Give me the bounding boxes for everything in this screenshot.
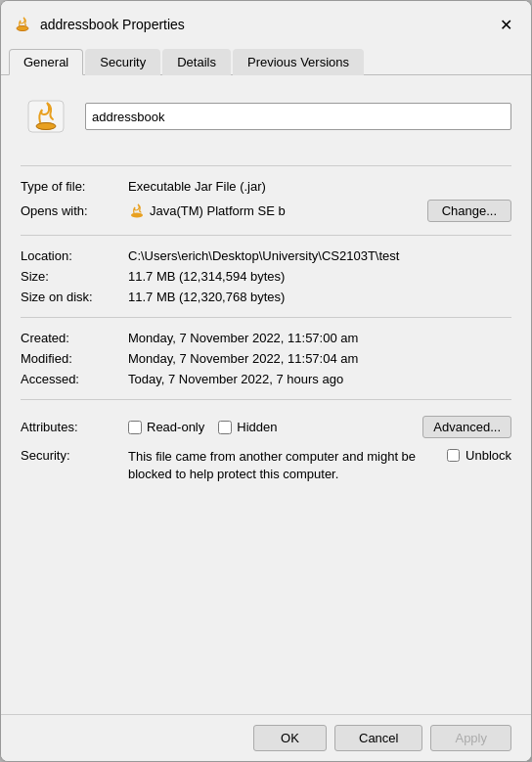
opens-app-name: Java(TM) Platform SE b (150, 203, 286, 218)
tab-previous-versions[interactable]: Previous Versions (233, 49, 364, 75)
security-content: This file came from another computer and… (128, 448, 511, 483)
file-icon-box (21, 91, 71, 142)
modified-value: Monday, 7 November 2022, 11:57:04 am (128, 351, 511, 366)
content-area: Type of file: Executable Jar File (.jar)… (1, 75, 531, 714)
dialog-title: addressbook Properties (40, 17, 185, 32)
created-row: Created: Monday, 7 November 2022, 11:57:… (21, 328, 511, 348)
ok-button[interactable]: OK (253, 725, 327, 751)
readonly-label: Read-only (147, 420, 204, 434)
title-bar: addressbook Properties ✕ (1, 1, 531, 44)
unblock-area: Unblock (447, 448, 511, 463)
location-row: Location: C:\Users\erich\Desktop\Univers… (21, 246, 511, 266)
divider-3 (21, 317, 511, 318)
type-value: Executable Jar File (.jar) (128, 179, 511, 194)
accessed-label: Accessed: (21, 372, 128, 386)
accessed-row: Accessed: Today, 7 November 2022, 7 hour… (21, 369, 511, 389)
hidden-checkbox[interactable] (218, 421, 232, 434)
title-java-icon (13, 15, 32, 34)
unblock-checkbox[interactable] (447, 449, 460, 462)
location-label: Location: (21, 248, 128, 263)
apply-button[interactable]: Apply (430, 725, 511, 751)
title-bar-left: addressbook Properties (13, 15, 185, 34)
location-value: C:\Users\erich\Desktop\University\CS2103… (128, 248, 511, 263)
accessed-value: Today, 7 November 2022, 7 hours ago (128, 372, 511, 386)
size-label: Size: (21, 269, 128, 284)
tab-details[interactable]: Details (162, 49, 231, 75)
tab-security[interactable]: Security (85, 49, 160, 75)
file-header (21, 91, 511, 142)
divider-2 (21, 235, 511, 236)
properties-dialog: addressbook Properties ✕ General Securit… (0, 0, 532, 762)
svg-point-5 (131, 212, 143, 217)
attributes-label: Attributes: (21, 420, 128, 434)
size-row: Size: 11.7 MB (12,314,594 bytes) (21, 266, 511, 287)
opens-java-icon (128, 202, 146, 220)
opens-app: Java(TM) Platform SE b (128, 202, 420, 220)
modified-row: Modified: Monday, 7 November 2022, 11:57… (21, 348, 511, 369)
tabs-bar: General Security Details Previous Versio… (1, 44, 531, 75)
type-label: Type of file: (21, 179, 128, 194)
cancel-button[interactable]: Cancel (334, 725, 422, 751)
size-on-disk-row: Size on disk: 11.7 MB (12,320,768 bytes) (21, 287, 511, 307)
advanced-button[interactable]: Advanced... (422, 416, 511, 438)
security-row: Security: This file came from another co… (21, 444, 511, 487)
file-name-input[interactable] (85, 103, 511, 130)
readonly-checkbox[interactable] (128, 421, 142, 434)
attributes-content: Read-only Hidden Advanced... (128, 416, 511, 438)
footer: OK Cancel Apply (1, 714, 531, 761)
opens-with-row: Opens with: Java(TM) Platform SE b Chang… (21, 197, 511, 225)
hidden-item: Hidden (218, 420, 277, 434)
readonly-item: Read-only (128, 420, 204, 434)
size-value: 11.7 MB (12,314,594 bytes) (128, 269, 511, 284)
file-java-icon (22, 93, 69, 140)
created-value: Monday, 7 November 2022, 11:57:00 am (128, 331, 511, 345)
created-label: Created: (21, 331, 128, 345)
security-text: This file came from another computer and… (128, 448, 437, 483)
hidden-label: Hidden (237, 420, 277, 434)
divider-1 (21, 165, 511, 166)
divider-4 (21, 399, 511, 400)
type-row: Type of file: Executable Jar File (.jar) (21, 176, 511, 197)
size-on-disk-value: 11.7 MB (12,320,768 bytes) (128, 290, 511, 304)
size-on-disk-label: Size on disk: (21, 290, 128, 304)
close-button[interactable]: ✕ (492, 11, 519, 38)
modified-label: Modified: (21, 351, 128, 366)
opens-label: Opens with: (21, 203, 128, 218)
attributes-row: Attributes: Read-only Hidden Advanced... (21, 410, 511, 444)
tab-general[interactable]: General (9, 49, 83, 75)
unblock-label: Unblock (466, 448, 511, 463)
opens-with-content: Java(TM) Platform SE b Change... (128, 200, 511, 222)
change-button[interactable]: Change... (427, 200, 511, 222)
security-label: Security: (21, 448, 128, 463)
